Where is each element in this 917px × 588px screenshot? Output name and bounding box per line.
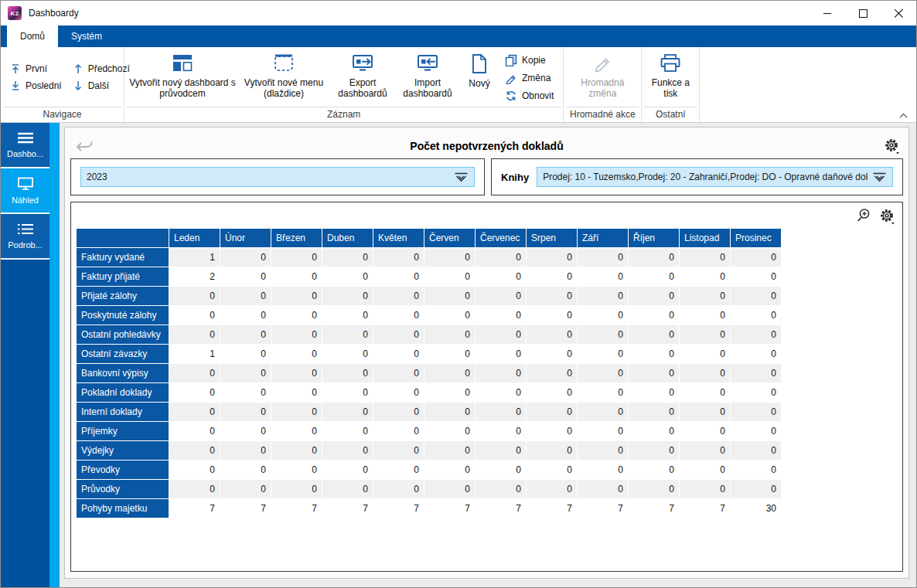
- create-menu-tiles-button[interactable]: Vytvořit nové menu (dlaždice): [237, 49, 330, 107]
- table-cell[interactable]: 0: [220, 461, 271, 479]
- table-cell[interactable]: 7: [680, 499, 730, 518]
- table-cell[interactable]: 0: [373, 287, 424, 305]
- table-cell[interactable]: 0: [322, 248, 373, 267]
- table-cell[interactable]: 0: [680, 345, 730, 363]
- table-cell[interactable]: 0: [373, 345, 424, 363]
- table-cell[interactable]: 0: [578, 441, 628, 460]
- table-cell[interactable]: 0: [373, 267, 424, 286]
- table-cell[interactable]: 0: [271, 422, 322, 440]
- table-cell[interactable]: 0: [680, 403, 730, 421]
- sidebar-item-nahled[interactable]: Náhled: [1, 168, 49, 214]
- table-cell[interactable]: 0: [322, 364, 373, 382]
- table-cell[interactable]: 0: [680, 306, 730, 325]
- table-cell[interactable]: 0: [373, 461, 424, 479]
- table-cell[interactable]: 0: [424, 383, 475, 402]
- table-cell[interactable]: 7: [476, 499, 526, 518]
- table-cell[interactable]: 0: [322, 403, 373, 421]
- table-cell[interactable]: 0: [476, 441, 526, 460]
- table-cell[interactable]: 0: [680, 248, 730, 267]
- table-cell[interactable]: 0: [731, 364, 781, 382]
- table-cell[interactable]: 0: [271, 345, 322, 363]
- table-cell[interactable]: 0: [680, 364, 730, 382]
- table-cell[interactable]: 0: [578, 325, 628, 344]
- tab-system[interactable]: Systém: [58, 25, 115, 47]
- table-cell[interactable]: 0: [731, 461, 781, 479]
- table-cell[interactable]: 0: [271, 306, 322, 325]
- table-cell[interactable]: 0: [731, 441, 781, 460]
- table-cell[interactable]: 0: [322, 441, 373, 460]
- table-cell[interactable]: 0: [476, 461, 526, 479]
- bulk-change-button[interactable]: Hromadná změna: [567, 49, 638, 107]
- next-button[interactable]: Další: [73, 80, 130, 91]
- table-cell[interactable]: 0: [476, 383, 526, 402]
- table-cell[interactable]: 0: [424, 441, 475, 460]
- table-cell[interactable]: 0: [220, 383, 271, 402]
- table-cell[interactable]: 0: [476, 422, 526, 440]
- table-cell[interactable]: 0: [169, 383, 220, 402]
- table-cell[interactable]: 0: [731, 325, 781, 344]
- table-cell[interactable]: 0: [424, 287, 475, 305]
- table-cell[interactable]: 0: [476, 248, 526, 267]
- table-cell[interactable]: 7: [629, 499, 679, 518]
- table-cell[interactable]: 0: [578, 248, 628, 267]
- minimize-button[interactable]: [810, 1, 845, 25]
- table-cell[interactable]: 0: [424, 345, 475, 363]
- table-cell[interactable]: 0: [271, 461, 322, 479]
- table-cell[interactable]: 0: [169, 287, 220, 305]
- table-cell[interactable]: 0: [373, 383, 424, 402]
- table-cell[interactable]: 0: [527, 383, 577, 402]
- table-cell[interactable]: 7: [373, 499, 424, 518]
- refresh-button[interactable]: Obnovit: [505, 90, 554, 102]
- close-button[interactable]: [881, 1, 916, 25]
- table-cell[interactable]: 0: [629, 267, 679, 286]
- table-cell[interactable]: 0: [527, 422, 577, 440]
- table-settings-button[interactable]: [879, 208, 896, 225]
- table-cell[interactable]: 0: [629, 306, 679, 325]
- table-cell[interactable]: 0: [271, 325, 322, 344]
- ribbon-collapse-button[interactable]: [899, 113, 908, 118]
- table-cell[interactable]: 0: [322, 383, 373, 402]
- table-cell[interactable]: 0: [424, 306, 475, 325]
- tab-domu[interactable]: Domů: [7, 25, 58, 47]
- table-cell[interactable]: 0: [578, 364, 628, 382]
- table-cell[interactable]: 0: [578, 267, 628, 286]
- table-cell[interactable]: 0: [220, 287, 271, 305]
- table-cell[interactable]: 0: [629, 364, 679, 382]
- copy-button[interactable]: Kopie: [505, 54, 554, 66]
- table-cell[interactable]: 0: [322, 287, 373, 305]
- table-cell[interactable]: 0: [731, 267, 781, 286]
- table-cell[interactable]: 0: [527, 461, 577, 479]
- dashboard-settings-button[interactable]: [884, 138, 901, 155]
- table-cell[interactable]: 0: [578, 422, 628, 440]
- table-cell[interactable]: 0: [731, 480, 781, 498]
- functions-print-button[interactable]: Funkce a tisk: [645, 49, 696, 107]
- table-cell[interactable]: 0: [629, 441, 679, 460]
- table-cell[interactable]: 0: [424, 422, 475, 440]
- table-cell[interactable]: 0: [527, 287, 577, 305]
- table-cell[interactable]: 0: [476, 306, 526, 325]
- table-cell[interactable]: 0: [322, 422, 373, 440]
- table-cell[interactable]: 7: [424, 499, 475, 518]
- table-cell[interactable]: 7: [322, 499, 373, 518]
- table-cell[interactable]: 0: [629, 248, 679, 267]
- table-cell[interactable]: 0: [169, 403, 220, 421]
- import-dashboards-button[interactable]: Import dashboardů: [395, 49, 460, 107]
- table-cell[interactable]: 0: [424, 267, 475, 286]
- table-cell[interactable]: 0: [476, 267, 526, 286]
- table-cell[interactable]: 0: [169, 306, 220, 325]
- table-cell[interactable]: 0: [322, 461, 373, 479]
- table-cell[interactable]: 0: [680, 461, 730, 479]
- table-cell[interactable]: 0: [680, 441, 730, 460]
- table-cell[interactable]: 0: [271, 441, 322, 460]
- table-cell[interactable]: 0: [220, 306, 271, 325]
- table-cell[interactable]: 0: [476, 480, 526, 498]
- table-cell[interactable]: 0: [373, 325, 424, 344]
- table-cell[interactable]: 0: [271, 364, 322, 382]
- table-cell[interactable]: 0: [629, 422, 679, 440]
- table-cell[interactable]: 0: [373, 403, 424, 421]
- table-cell[interactable]: 0: [680, 325, 730, 344]
- table-cell[interactable]: 0: [169, 461, 220, 479]
- table-cell[interactable]: 0: [476, 403, 526, 421]
- table-cell[interactable]: 0: [373, 480, 424, 498]
- table-cell[interactable]: 0: [220, 345, 271, 363]
